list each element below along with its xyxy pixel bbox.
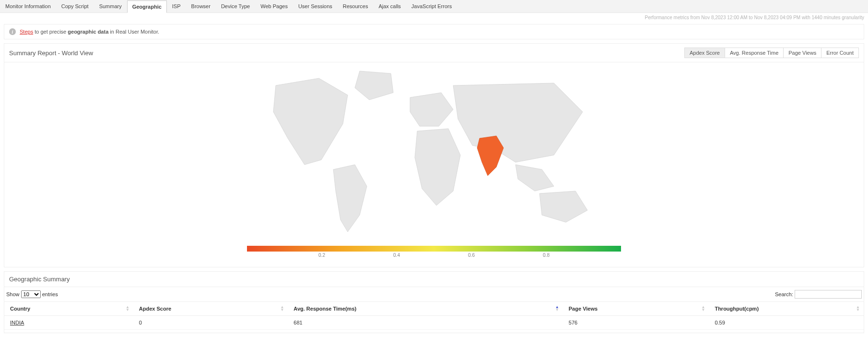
sort-icon: ▲▼ xyxy=(856,306,860,312)
show-entries-select[interactable]: 102550100 xyxy=(21,290,41,298)
geo-summary-panel: Geographic Summary Show 102550100 entrie… xyxy=(4,271,864,333)
search-control: Search: xyxy=(775,290,862,299)
sort-icon: ▲▼ xyxy=(126,306,129,312)
cell-avg-rt: 681 xyxy=(288,316,563,330)
metric-btn-page-views[interactable]: Page Views xyxy=(783,48,821,58)
map-legend: 0.20.40.60.8 xyxy=(4,246,864,267)
time-range-text: Performance metrics from Nov 8,2023 12:0… xyxy=(0,13,868,20)
country-link[interactable]: INDIA xyxy=(10,320,24,325)
tab-summary[interactable]: Summary xyxy=(94,0,127,12)
legend-gradient xyxy=(247,246,621,252)
metric-btn-avg-response-time[interactable]: Avg. Response Time xyxy=(725,48,784,58)
legend-tick: 0.4 xyxy=(393,253,400,258)
tab-web-pages[interactable]: Web Pages xyxy=(255,0,293,12)
tab-isp[interactable]: ISP xyxy=(167,0,186,12)
legend-ticks: 0.20.40.60.8 xyxy=(247,252,621,258)
steps-link[interactable]: Steps xyxy=(20,29,33,35)
search-input[interactable] xyxy=(795,290,862,299)
cell-page-views: 576 xyxy=(563,316,709,330)
col-page-views[interactable]: Page Views▲▼ xyxy=(563,302,709,316)
legend-tick: 0.2 xyxy=(318,253,325,258)
legend-tick: 0.8 xyxy=(543,253,550,258)
cell-throughput: 0.59 xyxy=(709,316,864,330)
tab-geographic[interactable]: Geographic xyxy=(127,0,167,13)
info-text: Steps to get precise geographic data in … xyxy=(20,29,159,35)
col-apdex-score[interactable]: Apdex Score▲▼ xyxy=(133,302,288,316)
col-throughput-cpm-[interactable]: Throughput(cpm)▲▼ xyxy=(709,302,864,316)
tab-monitor-information[interactable]: Monitor Information xyxy=(0,0,56,12)
tab-bar: Monitor InformationCopy ScriptSummaryGeo… xyxy=(0,0,868,13)
metric-switch: Apdex ScoreAvg. Response TimePage ViewsE… xyxy=(685,48,859,58)
tab-copy-script[interactable]: Copy Script xyxy=(56,0,94,12)
info-banner: i Steps to get precise geographic data i… xyxy=(4,24,864,39)
geo-summary-table: Country▲▼Apdex Score▲▼Avg. Response Time… xyxy=(4,301,864,330)
world-map xyxy=(4,62,864,246)
table-row: INDIA06815760.59 xyxy=(4,316,864,330)
world-view-title: Summary Report - World View xyxy=(9,49,93,57)
show-entries-control: Show 102550100 entries xyxy=(6,290,58,298)
tab-ajax-calls[interactable]: Ajax calls xyxy=(373,0,406,12)
sort-icon: ▲▼ xyxy=(280,306,284,312)
col-avg-response-time-ms-[interactable]: Avg. Response Time(ms)▲▼ xyxy=(288,302,563,316)
cell-apdex: 0 xyxy=(133,316,288,330)
legend-tick: 0.6 xyxy=(468,253,475,258)
tab-resources[interactable]: Resources xyxy=(338,0,374,12)
tab-device-type[interactable]: Device Type xyxy=(216,0,255,12)
metric-btn-apdex-score[interactable]: Apdex Score xyxy=(684,48,725,58)
info-icon: i xyxy=(9,28,16,35)
tab-user-sessions[interactable]: User Sessions xyxy=(293,0,338,12)
sort-icon: ▲▼ xyxy=(701,306,705,312)
country-india[interactable] xyxy=(477,136,504,176)
tab-javascript-errors[interactable]: JavaScript Errors xyxy=(406,0,457,12)
geo-summary-title: Geographic Summary xyxy=(4,272,864,287)
world-view-panel: Summary Report - World View Apdex ScoreA… xyxy=(4,43,864,267)
sort-icon: ▲▼ xyxy=(555,306,559,312)
world-map-svg[interactable] xyxy=(247,66,621,239)
metric-btn-error-count[interactable]: Error Count xyxy=(821,48,859,58)
tab-browser[interactable]: Browser xyxy=(186,0,216,12)
col-country[interactable]: Country▲▼ xyxy=(4,302,133,316)
